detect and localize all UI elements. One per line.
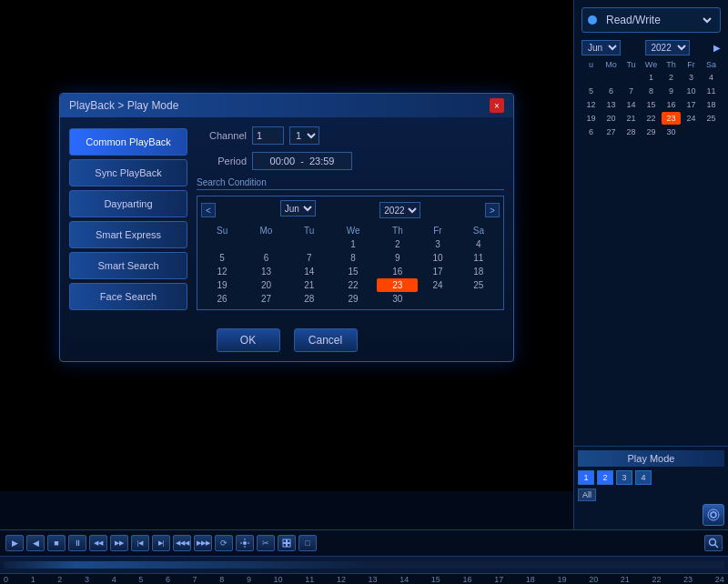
cal-week-4: 19 20 21 22 23 24 25 [201,278,500,292]
pm-channel-4[interactable]: 4 [635,470,652,485]
ff-button[interactable]: ▶▶ [110,535,128,551]
dialog-content: Common PlayBack Sync PlayBack Dayparting… [60,117,513,319]
clip-button[interactable]: ✂ [257,535,275,551]
sidebar-btn-dayparting[interactable]: Dayparting [69,190,187,217]
cal-week-3: 12 13 14 15 16 17 18 [201,265,500,278]
cal-month-select[interactable]: Jun [280,200,316,216]
sidebar-btn-face-search[interactable]: Face Search [69,283,187,310]
readwrite-select[interactable]: Read/Write [602,13,714,27]
search-condition-label: Search Condition [197,177,504,190]
pm-channel-2[interactable]: 2 [597,470,613,485]
dialog-calendar: < Jun 2022 > Su Mo [197,196,504,310]
pm-all-btn[interactable]: All [578,488,596,501]
pm-settings-icon[interactable] [703,504,724,526]
rewind-slow-button[interactable]: ◀◀ [89,535,107,551]
refresh-button[interactable]: ⟳ [215,535,233,551]
timeline[interactable] [0,556,728,574]
readwrite-dot [588,15,597,25]
prev-frame-button[interactable]: ◀ [26,535,45,551]
dialog-close-button[interactable]: × [490,98,504,113]
prev-segment-button[interactable]: |◀ [131,535,149,551]
sidebar-btn-common-playback[interactable]: Common PlayBack [69,128,187,156]
dialog-footer: OK Cancel [60,319,513,361]
play-mode-panel: Play Mode 1 2 3 4 All [573,446,728,529]
period-row: Period [197,152,504,170]
play-mode-title: Play Mode [578,450,724,467]
channel-row: Channel 1 [197,126,504,145]
svg-rect-4 [288,539,291,543]
pm-channel-1[interactable]: 1 [578,470,594,485]
playback-dialog: PlayBack > Play Mode × Common PlayBack S… [59,93,514,362]
cal-next-btn[interactable]: > [485,203,500,217]
cancel-button[interactable]: Cancel [294,328,358,352]
svg-rect-5 [283,544,287,548]
channel-label: Channel [197,130,247,141]
svg-rect-3 [283,539,287,543]
ok-button[interactable]: OK [217,328,280,352]
svg-line-8 [715,545,719,549]
dialog-title: PlayBack > Play Mode [69,99,178,112]
dialog-overlay: PlayBack > Play Mode × Common PlayBack S… [0,0,573,491]
playback-controls: ▶ ◀ ■ ⏸ ◀◀ ▶▶ |◀ ▶| ◀◀◀ ▶▶▶ ⟳ ✂ □ [0,530,728,556]
prev-file-button[interactable]: ◀◀◀ [173,535,191,551]
cal-week-5: 26 27 28 29 30 [201,292,500,306]
calendar-table: Su Mo Tu We Th Fr Sa [201,224,500,306]
readwrite-bar[interactable]: Read/Write [581,7,721,33]
dialog-form: Channel 1 Period Search Condition < [197,126,504,310]
period-label: Period [197,156,247,166]
play-button[interactable]: ▶ [5,535,24,551]
right-panel: Read/Write Jun 2022 ▶ u Mo Tu We Th Fr S… [573,0,728,491]
stop-button[interactable]: ■ [47,535,66,551]
pm-channels: 1 2 3 4 [578,470,724,485]
pause-button[interactable]: ⏸ [68,535,86,551]
svg-rect-6 [288,544,291,548]
sidebar-btn-sync-playback[interactable]: Sync PlayBack [69,159,187,186]
pm-channel-3[interactable]: 3 [616,470,632,485]
timeline-labels: 0 1 2 3 4 5 6 7 8 9 10 11 12 13 14 15 16… [0,574,728,584]
record-button[interactable]: □ [298,535,317,551]
right-cal-month-select[interactable]: Jun [581,40,621,55]
cal-week-2: 5 6 7 8 9 10 11 [201,251,500,265]
layout-button[interactable] [278,535,296,551]
cal-week-1: 1 2 3 4 [201,237,500,251]
svg-point-1 [708,509,719,520]
settings-button[interactable] [236,535,254,551]
sidebar-btn-smart-express[interactable]: Smart Express [69,221,187,248]
dialog-sidebar: Common PlayBack Sync PlayBack Dayparting… [69,126,187,310]
channel-dropdown[interactable]: 1 [289,126,319,145]
zoom-button[interactable] [704,535,723,551]
right-cal-year-select[interactable]: 2022 [645,40,690,55]
next-file-button[interactable]: ▶▶▶ [194,535,212,551]
sidebar-btn-smart-search[interactable]: Smart Search [69,252,187,279]
svg-point-2 [243,541,247,545]
calendar-nav: < Jun 2022 > [201,200,500,220]
next-segment-button[interactable]: ▶| [152,535,170,551]
control-bar: ▶ ◀ ■ ⏸ ◀◀ ▶▶ |◀ ▶| ◀◀◀ ▶▶▶ ⟳ ✂ □ 0 1 2 … [0,529,728,584]
cal-prev-btn[interactable]: < [201,203,216,217]
svg-point-7 [710,539,716,546]
channel-input[interactable] [252,126,284,145]
right-cal-grid: u Mo Tu We Th Fr Sa 1 2 3 4 5 6 7 8 9 10… [581,59,721,138]
period-input[interactable] [252,152,352,170]
right-cal-next-btn[interactable]: ▶ [713,43,721,53]
dialog-titlebar: PlayBack > Play Mode × [60,94,513,117]
cal-year-select[interactable]: 2022 [379,202,420,218]
svg-point-0 [711,512,716,518]
right-calendar: Jun 2022 ▶ u Mo Tu We Th Fr Sa 1 2 3 4 5 [581,40,721,138]
